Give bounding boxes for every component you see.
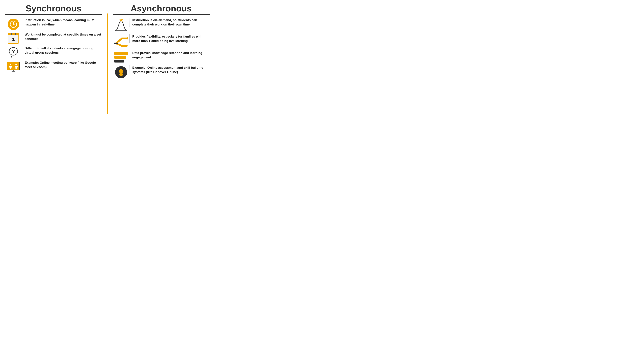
clock-icon-area — [5, 18, 22, 30]
list-item: ? Difficult to tell if students are enga… — [5, 46, 102, 58]
svg-marker-24 — [127, 37, 128, 40]
item-text: Difficult to tell if students are engage… — [25, 46, 94, 54]
lines-icon — [114, 51, 128, 63]
list-item: Instruction is on–demand, so students ca… — [113, 18, 210, 32]
head-icon-area — [113, 65, 130, 78]
list-item: Example: Online assessment and skill bui… — [113, 65, 210, 78]
calendar-icon-area: 1 — [5, 32, 22, 44]
item-text: Example: Online assessment and skill bui… — [132, 66, 203, 74]
bellcurve-icon — [114, 18, 128, 32]
item-text: Data proves knowledge retention and lear… — [132, 51, 202, 59]
calendar-tab-left — [11, 33, 12, 35]
svg-point-10 — [16, 64, 17, 65]
svg-point-16 — [120, 19, 122, 21]
list-item: Data proves knowledge retention and lear… — [113, 51, 210, 63]
left-column: Synchronous Instruction is live, which m… — [5, 3, 105, 117]
item-text: Instruction is on–demand, so students ca… — [132, 18, 197, 26]
list-item: Provides flexibility, especially for fam… — [113, 34, 210, 48]
lines-icon-area — [113, 51, 130, 63]
clock-icon — [8, 18, 19, 30]
left-underline — [5, 14, 102, 15]
svg-line-22 — [120, 21, 120, 21]
main-container: Synchronous Instruction is live, which m… — [0, 0, 215, 121]
svg-line-21 — [122, 19, 122, 19]
item-text-area: Data proves knowledge retention and lear… — [130, 51, 210, 59]
svg-point-8 — [10, 64, 12, 65]
list-item: Instruction is live, which means learnin… — [5, 18, 102, 30]
calendar-icon: 1 — [8, 33, 19, 44]
split-icon-area — [113, 34, 130, 48]
item-text-area: Instruction is live, which means learnin… — [22, 18, 102, 26]
item-text-area: Difficult to tell if students are engage… — [22, 46, 102, 55]
item-text-area: Instruction is on–demand, so students ca… — [130, 18, 210, 26]
monitor-icon — [7, 61, 20, 72]
calendar-top — [8, 33, 19, 35]
svg-point-5 — [11, 56, 12, 57]
synchronous-title: Synchronous — [5, 3, 102, 13]
asynchronous-title: Asynchronous — [113, 3, 210, 13]
svg-text:?: ? — [12, 49, 15, 54]
list-item: 1 Work must be completed at specific tim… — [5, 32, 102, 44]
svg-line-20 — [122, 21, 122, 21]
svg-point-13 — [16, 67, 17, 69]
item-text: Work must be completed at specific times… — [25, 33, 101, 40]
line-bar-1 — [114, 52, 128, 55]
item-text: Provides flexibility, especially for fam… — [132, 35, 202, 42]
split-icon — [114, 35, 128, 48]
list-item: Example: Online meeting software (like G… — [5, 60, 102, 72]
head-icon — [115, 66, 127, 78]
monitor-icon-area — [5, 60, 22, 72]
svg-rect-9 — [9, 66, 12, 67]
calendar-tab-right — [15, 33, 16, 35]
calendar-body: 1 — [8, 35, 19, 44]
item-text-area: Work must be completed at specific times… — [22, 32, 102, 41]
question-icon: ? — [8, 47, 19, 58]
item-text: Example: Online meeting software (like G… — [25, 61, 96, 69]
question-icon-area: ? — [5, 46, 22, 58]
item-text-area: Provides flexibility, especially for fam… — [130, 34, 210, 43]
item-text-area: Example: Online meeting software (like G… — [22, 60, 102, 69]
calendar-number: 1 — [12, 37, 15, 42]
bellcurve-icon-area — [113, 18, 130, 32]
svg-line-2 — [14, 24, 15, 25]
right-column: Asynchronous — [109, 3, 210, 117]
svg-line-19 — [120, 19, 120, 19]
svg-point-26 — [119, 69, 123, 73]
line-bar-3 — [114, 60, 124, 62]
right-underline — [113, 14, 210, 15]
svg-marker-25 — [126, 44, 128, 47]
line-bar-2 — [114, 56, 126, 59]
item-text: Instruction is live, which means learnin… — [25, 18, 94, 26]
svg-point-12 — [10, 67, 12, 69]
svg-rect-15 — [12, 71, 15, 71]
center-divider — [107, 13, 108, 114]
item-text-area: Example: Online assessment and skill bui… — [130, 65, 210, 74]
svg-rect-11 — [15, 66, 18, 67]
